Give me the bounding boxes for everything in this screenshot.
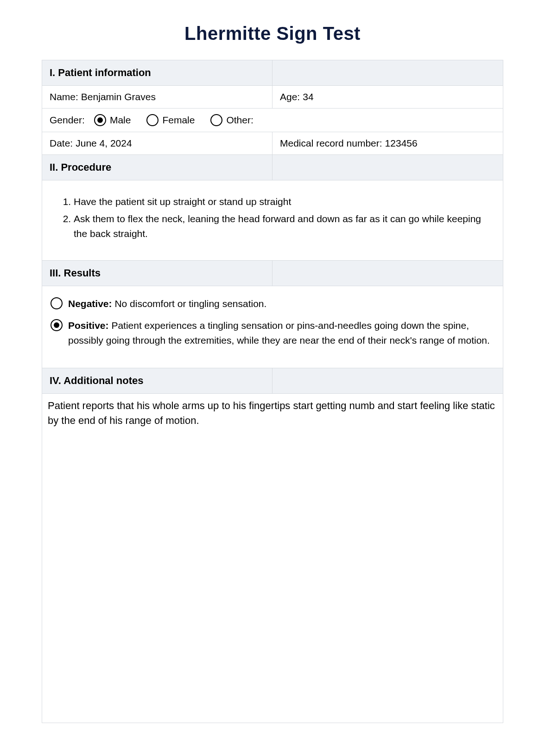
row-date-mrn: Date: June 4, 2024 Medical record number… — [42, 132, 503, 155]
result-positive-label: Positive: — [68, 320, 109, 331]
result-negative-label: Negative: — [68, 298, 112, 309]
cell-age: Age: 34 — [272, 86, 503, 108]
radio-icon — [146, 114, 158, 126]
section-header-results: III. Results — [42, 261, 503, 286]
gender-male-label: Male — [110, 115, 131, 126]
date-label: Date: — [50, 138, 73, 149]
section-title-procedure: II. Procedure — [42, 155, 272, 180]
name-label: Name: — [50, 91, 78, 103]
gender-other-label: Other: — [226, 115, 253, 126]
procedure-step: Have the patient sit up straight or stan… — [74, 194, 482, 210]
cell-name: Name: Benjamin Graves — [42, 86, 272, 108]
section-title-results: III. Results — [42, 261, 272, 286]
date-value[interactable]: June 4, 2024 — [76, 138, 132, 149]
section-title-notes: IV. Additional notes — [42, 368, 272, 393]
radio-icon — [51, 319, 63, 331]
result-positive-desc: Patient experiences a tingling sensation… — [68, 320, 490, 346]
result-positive-text: Positive: Patient experiences a tingling… — [68, 318, 494, 347]
gender-option-male[interactable]: Male — [94, 114, 131, 126]
result-negative-desc: No discomfort or tingling sensation. — [114, 298, 266, 309]
mrn-value[interactable]: 123456 — [385, 138, 418, 149]
gender-option-other[interactable]: Other: — [210, 114, 253, 126]
notes-text: Patient reports that his whole arms up t… — [48, 400, 495, 426]
notes-body[interactable]: Patient reports that his whole arms up t… — [42, 394, 503, 626]
page: Lhermitte Sign Test I. Patient informati… — [0, 0, 545, 742]
result-negative-text: Negative: No discomfort or tingling sens… — [68, 296, 494, 311]
section-header-patient-info: I. Patient information — [42, 60, 503, 86]
age-value[interactable]: 34 — [303, 91, 313, 103]
gender-label: Gender: — [50, 115, 85, 126]
result-option-negative[interactable]: Negative: No discomfort or tingling sens… — [51, 296, 494, 311]
radio-icon — [51, 297, 63, 309]
section-header-notes: IV. Additional notes — [42, 368, 503, 394]
gender-female-label: Female — [162, 115, 195, 126]
age-label: Age: — [280, 91, 300, 103]
procedure-step: Ask them to flex the neck, leaning the h… — [74, 211, 482, 242]
section-title-blank — [272, 368, 503, 393]
procedure-list: Have the patient sit up straight or stan… — [63, 194, 482, 242]
form-container: I. Patient information Name: Benjamin Gr… — [42, 60, 503, 723]
cell-date: Date: June 4, 2024 — [42, 132, 272, 154]
procedure-body: Have the patient sit up straight or stan… — [42, 180, 503, 261]
page-title: Lhermitte Sign Test — [42, 23, 503, 44]
row-name-age: Name: Benjamin Graves Age: 34 — [42, 86, 503, 109]
row-gender: Gender: Male Female Other: — [42, 109, 503, 132]
gender-option-female[interactable]: Female — [146, 114, 195, 126]
radio-icon — [94, 114, 106, 126]
radio-icon — [210, 114, 222, 126]
section-title-blank — [272, 261, 503, 286]
name-value[interactable]: Benjamin Graves — [81, 91, 156, 103]
section-title-blank — [272, 155, 503, 180]
result-option-positive[interactable]: Positive: Patient experiences a tingling… — [51, 318, 494, 347]
results-body: Negative: No discomfort or tingling sens… — [42, 286, 503, 369]
section-title-patient-info: I. Patient information — [42, 60, 272, 85]
section-header-procedure: II. Procedure — [42, 155, 503, 180]
mrn-label: Medical record number: — [280, 138, 382, 149]
cell-mrn: Medical record number: 123456 — [272, 132, 503, 154]
section-title-blank — [272, 60, 503, 85]
